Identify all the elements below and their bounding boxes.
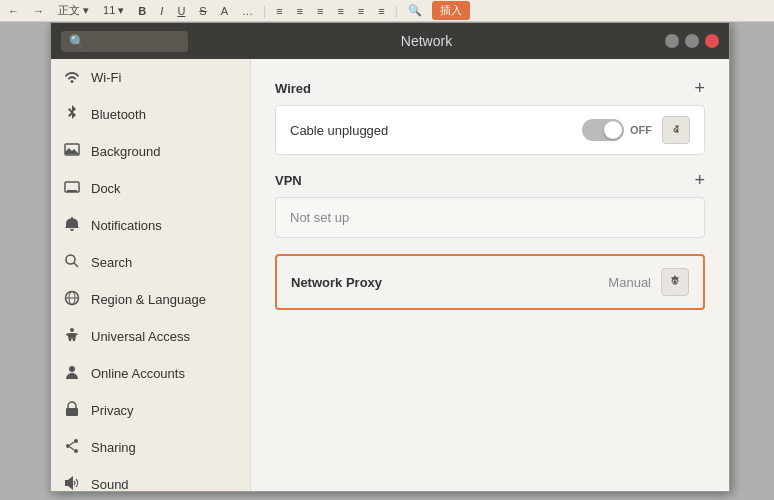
sidebar-item-dock[interactable]: Dock — [51, 170, 250, 207]
window-controls — [665, 34, 719, 48]
wired-row: Cable unplugged OFF — [276, 106, 704, 154]
proxy-section[interactable]: Network Proxy Manual — [275, 254, 705, 310]
svg-rect-2 — [67, 190, 77, 192]
toolbar: ← → 正文 ▾ 11 ▾ B I U S A … | ≡ ≡ ≡ ≡ ≡ ≡ … — [0, 0, 774, 22]
window-content: Wi-Fi Bluetooth Background Dock — [51, 59, 729, 491]
toolbar-list6[interactable]: ≡ — [374, 4, 388, 18]
sidebar-item-notifications[interactable]: Notifications — [51, 207, 250, 244]
proxy-label: Network Proxy — [291, 275, 598, 290]
sidebar-item-region[interactable]: Region & Language — [51, 281, 250, 318]
toggle-knob — [604, 121, 622, 139]
minimize-button[interactable] — [665, 34, 679, 48]
wired-card: Cable unplugged OFF — [275, 105, 705, 155]
toolbar-search[interactable]: 🔍 — [404, 3, 426, 18]
svg-line-14 — [70, 447, 74, 450]
wired-toggle[interactable] — [582, 119, 624, 141]
sharing-icon — [63, 438, 81, 457]
wired-section-header: Wired + — [275, 79, 705, 97]
toolbar-list3[interactable]: ≡ — [313, 4, 327, 18]
toolbar-strike[interactable]: S — [195, 4, 210, 18]
window-title: Network — [196, 33, 657, 49]
universal-icon — [63, 327, 81, 346]
svg-point-3 — [66, 255, 75, 264]
accounts-icon — [63, 364, 81, 383]
background-icon — [63, 142, 81, 161]
vpn-status-label: Not set up — [290, 210, 349, 225]
sidebar-label-region: Region & Language — [91, 292, 206, 307]
sidebar-label-notifications: Notifications — [91, 218, 162, 233]
toggle-label: OFF — [630, 124, 652, 136]
sidebar-label-search: Search — [91, 255, 132, 270]
toolbar-list2[interactable]: ≡ — [293, 4, 307, 18]
vpn-row: Not set up — [276, 198, 704, 237]
svg-point-10 — [74, 439, 78, 443]
sidebar-label-background: Background — [91, 144, 160, 159]
toolbar-list1[interactable]: ≡ — [272, 4, 286, 18]
sidebar-label-universal: Universal Access — [91, 329, 190, 344]
sidebar-item-sharing[interactable]: Sharing — [51, 429, 250, 466]
toolbar-undo[interactable]: ← — [4, 4, 23, 18]
sidebar-item-background[interactable]: Background — [51, 133, 250, 170]
proxy-settings-button[interactable] — [661, 268, 689, 296]
vpn-add-button[interactable]: + — [694, 171, 705, 189]
toolbar-insert[interactable]: 插入 — [432, 1, 470, 20]
settings-window: 🔍 Network Wi-Fi Bluetooth — [50, 22, 730, 492]
svg-point-7 — [70, 328, 74, 332]
sound-icon — [63, 475, 81, 491]
main-content: Wired + Cable unplugged OFF — [251, 59, 729, 491]
vpn-section-header: VPN + — [275, 171, 705, 189]
svg-point-8 — [69, 366, 75, 372]
toolbar-size[interactable]: 11 ▾ — [99, 3, 128, 18]
sidebar-label-privacy: Privacy — [91, 403, 134, 418]
maximize-button[interactable] — [685, 34, 699, 48]
titlebar: 🔍 Network — [51, 23, 729, 59]
sidebar-label-accounts: Online Accounts — [91, 366, 185, 381]
toolbar-more[interactable]: … — [238, 4, 257, 18]
sidebar-label-dock: Dock — [91, 181, 121, 196]
sidebar-item-accounts[interactable]: Online Accounts — [51, 355, 250, 392]
svg-rect-9 — [66, 408, 78, 416]
toolbar-style[interactable]: 正文 ▾ — [54, 2, 93, 19]
sidebar-label-sharing: Sharing — [91, 440, 136, 455]
sidebar: Wi-Fi Bluetooth Background Dock — [51, 59, 251, 491]
notifications-icon — [63, 216, 81, 235]
toolbar-list4[interactable]: ≡ — [333, 4, 347, 18]
sidebar-label-bluetooth: Bluetooth — [91, 107, 146, 122]
cable-label: Cable unplugged — [290, 123, 572, 138]
vpn-card: Not set up — [275, 197, 705, 238]
svg-point-11 — [66, 444, 70, 448]
toolbar-font-color[interactable]: A — [217, 4, 232, 18]
proxy-row: Network Proxy Manual — [277, 256, 703, 308]
proxy-status: Manual — [608, 275, 651, 290]
close-button[interactable] — [705, 34, 719, 48]
search-input[interactable] — [90, 34, 180, 49]
svg-line-13 — [70, 442, 74, 445]
toggle-container: OFF — [582, 119, 652, 141]
sidebar-item-sound[interactable]: Sound — [51, 466, 250, 491]
search-sidebar-icon — [63, 253, 81, 272]
bluetooth-icon — [63, 105, 81, 124]
wired-add-button[interactable]: + — [694, 79, 705, 97]
toolbar-bold[interactable]: B — [134, 4, 150, 18]
wifi-icon — [63, 68, 81, 87]
wired-settings-button[interactable] — [662, 116, 690, 144]
sidebar-item-privacy[interactable]: Privacy — [51, 392, 250, 429]
search-icon: 🔍 — [69, 34, 85, 49]
sidebar-item-search[interactable]: Search — [51, 244, 250, 281]
vpn-title: VPN — [275, 173, 302, 188]
sidebar-item-bluetooth[interactable]: Bluetooth — [51, 96, 250, 133]
privacy-icon — [63, 401, 81, 420]
sidebar-item-wifi[interactable]: Wi-Fi — [51, 59, 250, 96]
sidebar-label-wifi: Wi-Fi — [91, 70, 121, 85]
wired-title: Wired — [275, 81, 311, 96]
sidebar-label-sound: Sound — [91, 477, 129, 491]
svg-point-12 — [74, 449, 78, 453]
sidebar-item-universal[interactable]: Universal Access — [51, 318, 250, 355]
region-icon — [63, 290, 81, 309]
titlebar-search[interactable]: 🔍 — [61, 31, 188, 52]
toolbar-italic[interactable]: I — [156, 4, 167, 18]
dock-icon — [63, 179, 81, 198]
toolbar-underline[interactable]: U — [173, 4, 189, 18]
toolbar-list5[interactable]: ≡ — [354, 4, 368, 18]
toolbar-redo[interactable]: → — [29, 4, 48, 18]
